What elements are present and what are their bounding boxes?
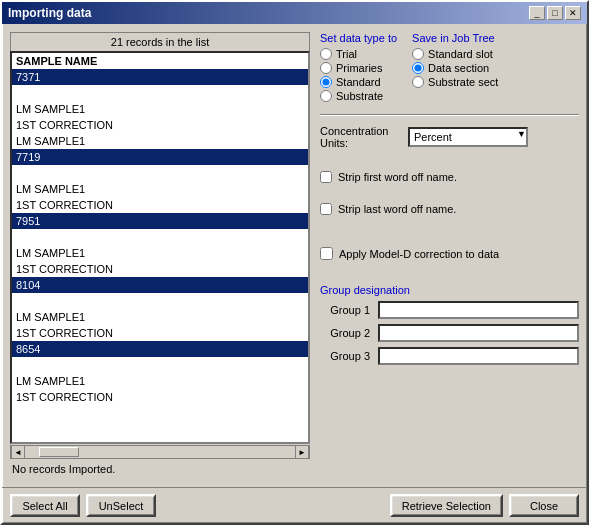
bottom-bar: Select All UnSelect Retrieve Selection C… xyxy=(2,487,587,523)
separator-1 xyxy=(320,114,579,115)
group-designation-title: Group designation xyxy=(320,284,579,296)
radio-standard-slot[interactable]: Standard slot xyxy=(412,48,498,60)
strip-last-word-label: Strip last word off name. xyxy=(338,203,456,215)
bottom-right-buttons: Retrieve Selection Close xyxy=(390,494,579,517)
maximize-button[interactable]: □ xyxy=(547,6,563,20)
sample-list[interactable]: SAMPLE NAME7371 LM SAMPLE11ST CORRECTION… xyxy=(10,51,310,444)
radio-trial-input[interactable] xyxy=(320,48,332,60)
radio-substrate-sect[interactable]: Substrate sect xyxy=(412,76,498,88)
radio-data-section[interactable]: Data section xyxy=(412,62,498,74)
close-button-bottom[interactable]: Close xyxy=(509,494,579,517)
scroll-track xyxy=(39,447,281,457)
list-item[interactable]: 8104 xyxy=(12,277,308,293)
list-item[interactable] xyxy=(12,229,308,245)
group-3-label: Group 3 xyxy=(320,350,370,362)
group-1-input[interactable] xyxy=(378,301,579,319)
radio-standard-slot-input[interactable] xyxy=(412,48,424,60)
content-area: 21 records in the list SAMPLE NAME7371 L… xyxy=(2,24,587,487)
list-item[interactable]: 7951 xyxy=(12,213,308,229)
radio-standard-slot-label: Standard slot xyxy=(428,48,493,60)
job-tree-title: Save in Job Tree xyxy=(412,32,498,44)
list-item[interactable]: 1ST CORRECTION xyxy=(12,389,308,405)
group-designation-section: Group designation Group 1 Group 2 Group … xyxy=(320,284,579,365)
radio-primaries-input[interactable] xyxy=(320,62,332,74)
strip-last-word-row[interactable]: Strip last word off name. xyxy=(320,203,579,215)
top-options: Set data type to Trial Primaries Standar… xyxy=(320,32,579,104)
radio-substrate-label: Substrate xyxy=(336,90,383,102)
model-d-row[interactable]: Apply Model-D correction to data xyxy=(320,247,579,260)
title-bar-buttons: _ □ ✕ xyxy=(529,6,581,20)
select-all-button[interactable]: Select All xyxy=(10,494,80,517)
window-title: Importing data xyxy=(8,6,91,20)
list-item[interactable]: LM SAMPLE1 xyxy=(12,309,308,325)
strip-first-word-label: Strip first word off name. xyxy=(338,171,457,183)
list-item[interactable] xyxy=(12,357,308,373)
list-item[interactable]: 8654 xyxy=(12,341,308,357)
title-bar: Importing data _ □ ✕ xyxy=(2,2,587,24)
strip-first-word-checkbox[interactable] xyxy=(320,171,332,183)
radio-primaries-label: Primaries xyxy=(336,62,382,74)
list-inner: SAMPLE NAME7371 LM SAMPLE11ST CORRECTION… xyxy=(12,53,308,405)
list-item[interactable]: LM SAMPLE1 xyxy=(12,181,308,197)
strip-last-word-checkbox[interactable] xyxy=(320,203,332,215)
list-item[interactable] xyxy=(12,293,308,309)
radio-data-section-input[interactable] xyxy=(412,62,424,74)
minimize-button[interactable]: _ xyxy=(529,6,545,20)
radio-substrate-sect-input[interactable] xyxy=(412,76,424,88)
radio-trial-label: Trial xyxy=(336,48,357,60)
group-2-input[interactable] xyxy=(378,324,579,342)
list-item[interactable]: LM SAMPLE1 xyxy=(12,245,308,261)
list-item[interactable]: LM SAMPLE1 xyxy=(12,101,308,117)
horizontal-scrollbar[interactable]: ◄ ► xyxy=(10,445,310,459)
list-item[interactable]: 1ST CORRECTION xyxy=(12,261,308,277)
right-panel: Set data type to Trial Primaries Standar… xyxy=(320,32,579,479)
group-2-row: Group 2 xyxy=(320,324,579,342)
radio-standard-input[interactable] xyxy=(320,76,332,88)
data-type-title: Set data type to xyxy=(320,32,397,44)
list-item[interactable]: 7719 xyxy=(12,149,308,165)
scroll-thumb[interactable] xyxy=(39,447,79,457)
list-item[interactable] xyxy=(12,165,308,181)
radio-primaries[interactable]: Primaries xyxy=(320,62,397,74)
group-3-input[interactable] xyxy=(378,347,579,365)
radio-data-section-label: Data section xyxy=(428,62,489,74)
list-item[interactable]: 7371 xyxy=(12,69,308,85)
list-item[interactable]: 1ST CORRECTION xyxy=(12,117,308,133)
data-type-group: Set data type to Trial Primaries Standar… xyxy=(320,32,397,104)
group-2-label: Group 2 xyxy=(320,327,370,339)
strip-first-word-row[interactable]: Strip first word off name. xyxy=(320,171,579,183)
concentration-label: ConcentrationUnits: xyxy=(320,125,400,149)
no-records-text: No records Imported. xyxy=(10,459,310,479)
list-item[interactable]: SAMPLE NAME xyxy=(12,53,308,69)
concentration-select-wrapper: Percent g/L mg/L xyxy=(408,127,528,147)
radio-substrate-input[interactable] xyxy=(320,90,332,102)
radio-substrate-sect-label: Substrate sect xyxy=(428,76,498,88)
group-3-row: Group 3 xyxy=(320,347,579,365)
list-item[interactable]: 1ST CORRECTION xyxy=(12,197,308,213)
list-item[interactable]: LM SAMPLE1 xyxy=(12,373,308,389)
job-tree-group: Save in Job Tree Standard slot Data sect… xyxy=(412,32,498,104)
list-item[interactable] xyxy=(12,85,308,101)
radio-standard-label: Standard xyxy=(336,76,381,88)
model-d-checkbox[interactable] xyxy=(320,247,333,260)
left-panel: 21 records in the list SAMPLE NAME7371 L… xyxy=(10,32,310,479)
records-count-label: 21 records in the list xyxy=(10,32,310,51)
close-button[interactable]: ✕ xyxy=(565,6,581,20)
scroll-right-button[interactable]: ► xyxy=(295,445,309,459)
model-d-label: Apply Model-D correction to data xyxy=(339,248,499,260)
list-item[interactable]: 1ST CORRECTION xyxy=(12,325,308,341)
concentration-row: ConcentrationUnits: Percent g/L mg/L xyxy=(320,125,579,149)
radio-substrate[interactable]: Substrate xyxy=(320,90,397,102)
scroll-left-button[interactable]: ◄ xyxy=(11,445,25,459)
concentration-select[interactable]: Percent g/L mg/L xyxy=(408,127,528,147)
group-1-label: Group 1 xyxy=(320,304,370,316)
group-1-row: Group 1 xyxy=(320,301,579,319)
radio-trial[interactable]: Trial xyxy=(320,48,397,60)
retrieve-selection-button[interactable]: Retrieve Selection xyxy=(390,494,503,517)
bottom-left-buttons: Select All UnSelect xyxy=(10,494,156,517)
radio-standard[interactable]: Standard xyxy=(320,76,397,88)
main-window: Importing data _ □ ✕ 21 records in the l… xyxy=(0,0,589,525)
list-item[interactable]: LM SAMPLE1 xyxy=(12,133,308,149)
unselect-button[interactable]: UnSelect xyxy=(86,494,156,517)
